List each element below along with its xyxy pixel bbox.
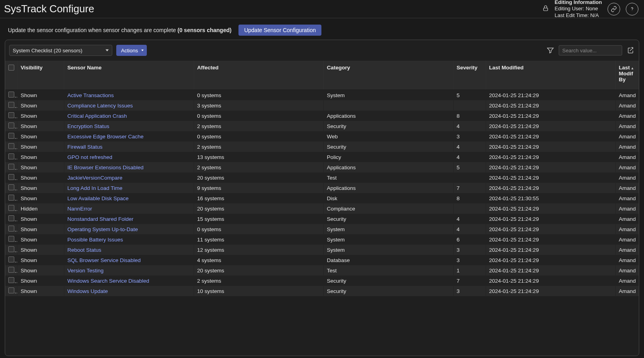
- header-checkbox[interactable]: [5, 61, 17, 90]
- table-row[interactable]: HiddenNannError20 systemsCompliance2024-…: [5, 203, 639, 214]
- header-last-modified-by[interactable]: Last▲ModifBy: [615, 61, 639, 90]
- sensor-link[interactable]: Possible Battery Issues: [67, 237, 123, 243]
- table-row[interactable]: ShownLow Available Disk Space16 systemsD…: [5, 193, 639, 203]
- table-row[interactable]: ShownActive Transactions0 systemsSystem5…: [5, 90, 639, 101]
- row-checkbox[interactable]: [8, 226, 14, 232]
- row-checkbox[interactable]: [8, 102, 14, 108]
- link-button[interactable]: [607, 3, 620, 15]
- table-row[interactable]: ShownFirewall Status2 systemsSecurity420…: [5, 142, 639, 152]
- sensor-group-select[interactable]: System Checklist (20 sensors): [9, 45, 112, 56]
- cell-category: System: [323, 224, 453, 234]
- cell-affected: 20 systems: [194, 172, 323, 183]
- row-checkbox[interactable]: [8, 123, 14, 128]
- row-checkbox[interactable]: [8, 267, 14, 273]
- row-checkbox[interactable]: [8, 257, 14, 262]
- row-checkbox[interactable]: [8, 277, 14, 283]
- update-sensor-config-button[interactable]: Update Sensor Configuration: [238, 25, 321, 36]
- sensor-link[interactable]: Windows Update: [67, 288, 108, 294]
- cell-severity: 7: [453, 183, 486, 193]
- header-last-modified[interactable]: Last Modified: [486, 61, 615, 90]
- table-row[interactable]: ShownSQL Browser Service Disabled4 syste…: [5, 255, 639, 265]
- row-checkbox[interactable]: [8, 195, 14, 201]
- search-input[interactable]: [559, 45, 622, 56]
- sensor-link[interactable]: JackieVersionCompare: [67, 175, 123, 181]
- cell-visibility: Shown: [17, 162, 64, 172]
- row-checkbox[interactable]: [8, 246, 14, 252]
- table-row[interactable]: ShownNonstandard Shared Folder15 systems…: [5, 214, 639, 224]
- sensor-link[interactable]: Nonstandard Shared Folder: [67, 216, 134, 222]
- table-row[interactable]: ShownWindows Search Service Disabled2 sy…: [5, 276, 639, 286]
- cell-last-modified: 2024-01-25 21:24:29: [486, 265, 615, 276]
- sensor-link[interactable]: Compliance Latency Issues: [67, 103, 133, 109]
- sensor-link[interactable]: GPO not refreshed: [67, 154, 112, 160]
- sensor-link[interactable]: Critical Application Crash: [67, 113, 127, 119]
- table-row[interactable]: ShownGPO not refreshed13 systemsPolicy42…: [5, 152, 639, 162]
- sensor-link[interactable]: Long Add In Load Time: [67, 185, 123, 191]
- table-row[interactable]: ShownJackieVersionCompare20 systemsTest2…: [5, 172, 639, 183]
- cell-sensor-name: IE Browser Extensions Disabled: [64, 162, 194, 172]
- cell-affected: 2 systems: [194, 276, 323, 286]
- row-checkbox[interactable]: [8, 215, 14, 221]
- header-category[interactable]: Category: [323, 61, 453, 90]
- cell-sensor-name: Reboot Status: [64, 245, 194, 255]
- table-row[interactable]: ShownExcessive Edge Browser Cache0 syste…: [5, 131, 639, 142]
- sensor-link[interactable]: SQL Browser Service Disabled: [67, 257, 141, 263]
- cell-last-modified-by: Amand: [615, 90, 639, 101]
- row-checkbox[interactable]: [8, 184, 14, 190]
- table-row[interactable]: ShownLong Add In Load Time9 systemsAppli…: [5, 183, 639, 193]
- cell-visibility: Shown: [17, 193, 64, 203]
- cell-last-modified: 2024-01-25 21:24:29: [486, 214, 615, 224]
- table-row[interactable]: ShownIE Browser Extensions Disabled2 sys…: [5, 162, 639, 172]
- table-row[interactable]: ShownWindows Update10 systemsSecurity320…: [5, 286, 639, 296]
- filter-icon[interactable]: [546, 46, 555, 55]
- header-sensor-name[interactable]: Sensor Name: [64, 61, 194, 90]
- cell-visibility: Shown: [17, 183, 64, 193]
- row-checkbox[interactable]: [8, 287, 14, 293]
- table-row[interactable]: ShownVersion Testing20 systemsTest12024-…: [5, 265, 639, 276]
- sensor-link[interactable]: Active Transactions: [67, 92, 114, 98]
- table-row[interactable]: ShownEncryption Status2 systemsSecurity4…: [5, 121, 639, 131]
- sensor-link[interactable]: Version Testing: [67, 268, 104, 274]
- row-checkbox[interactable]: [8, 92, 14, 98]
- row-checkbox[interactable]: [8, 205, 14, 211]
- table-row[interactable]: ShownOperating System Up-to-Date0 system…: [5, 224, 639, 234]
- sensor-link[interactable]: IE Browser Extensions Disabled: [67, 165, 144, 170]
- cell-category: Database: [323, 255, 453, 265]
- select-all-checkbox[interactable]: [8, 65, 14, 71]
- table-row[interactable]: ShownCritical Application Crash0 systems…: [5, 111, 639, 121]
- table-row[interactable]: ShownReboot Status12 systemsSystem32024-…: [5, 245, 639, 255]
- row-checkbox[interactable]: [8, 236, 14, 242]
- header-severity[interactable]: Severity: [453, 61, 486, 90]
- cell-affected: 0 systems: [194, 90, 323, 101]
- row-checkbox[interactable]: [8, 133, 14, 139]
- header-visibility[interactable]: Visibility: [17, 61, 64, 90]
- cell-severity: 4: [453, 224, 486, 234]
- table-row[interactable]: ShownCompliance Latency Issues3 systems2…: [5, 100, 639, 111]
- cell-severity: 8: [453, 193, 486, 203]
- sensor-link[interactable]: Reboot Status: [67, 247, 102, 253]
- cell-last-modified: 2024-01-25 21:24:29: [486, 100, 615, 111]
- sensor-link[interactable]: Firewall Status: [67, 144, 103, 150]
- row-checkbox[interactable]: [8, 112, 14, 118]
- svg-rect-0: [544, 8, 548, 11]
- cell-affected: 15 systems: [194, 214, 323, 224]
- sensor-link[interactable]: Encryption Status: [67, 123, 110, 129]
- row-checkbox[interactable]: [8, 164, 14, 170]
- table-row[interactable]: ShownPossible Battery Issues11 systemsSy…: [5, 234, 639, 245]
- export-icon[interactable]: [626, 46, 635, 55]
- sensor-link[interactable]: Excessive Edge Browser Cache: [67, 134, 144, 140]
- sensor-link[interactable]: Operating System Up-to-Date: [67, 226, 138, 232]
- row-checkbox[interactable]: [8, 143, 14, 149]
- row-checkbox[interactable]: [8, 174, 14, 180]
- help-button[interactable]: [626, 3, 638, 15]
- row-checkbox[interactable]: [8, 153, 14, 159]
- sensor-link[interactable]: Windows Search Service Disabled: [67, 278, 149, 284]
- cell-last-modified-by: Amand: [615, 234, 639, 245]
- actions-button[interactable]: Actions: [116, 45, 147, 56]
- header-affected[interactable]: Affected: [194, 61, 323, 90]
- cell-sensor-name: Firewall Status: [64, 142, 194, 152]
- cell-last-modified: 2024-01-25 21:24:29: [486, 90, 615, 101]
- cell-category: System: [323, 234, 453, 245]
- sensor-link[interactable]: Low Available Disk Space: [67, 195, 129, 201]
- sensor-link[interactable]: NannError: [67, 206, 92, 212]
